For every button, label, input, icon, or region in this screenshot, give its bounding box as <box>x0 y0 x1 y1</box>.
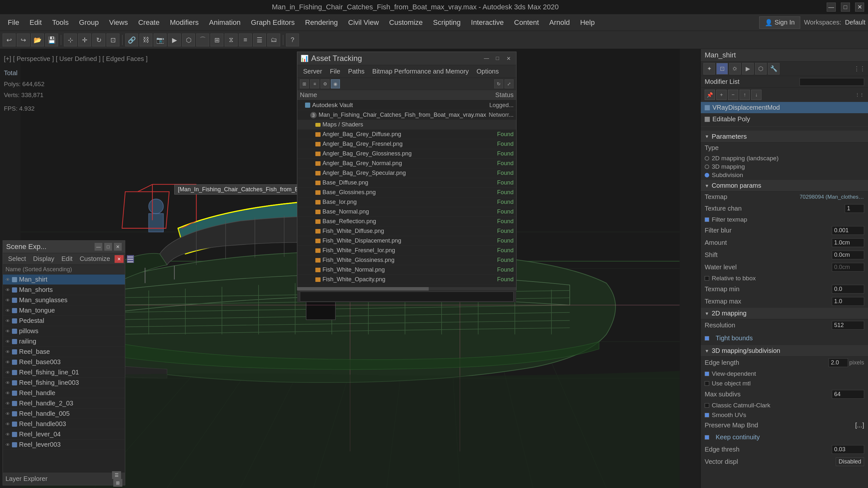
toolbar-open[interactable]: 📂 <box>31 34 44 46</box>
scene-item-reel-handle003[interactable]: 👁 Reel_handle003 <box>3 419 125 429</box>
menu-civil-view[interactable]: Civil View <box>343 17 384 29</box>
at-file-base-diffuse[interactable]: Base_Diffuse.png Found <box>297 178 516 188</box>
menu-customize[interactable]: Customize <box>384 17 428 29</box>
vector-displ-dropdown[interactable]: Disabled <box>836 457 864 466</box>
scene-item-man-shirt[interactable]: 👁 Man_shirt <box>3 274 125 285</box>
scene-item-reel-fishing-003[interactable]: 👁 Reel_fishing_line003 <box>3 378 125 388</box>
at-maximize-btn[interactable]: □ <box>493 54 502 63</box>
max-subdivs-input[interactable] <box>832 390 864 399</box>
scene-item-man-sunglasses[interactable]: 👁 Man_sunglasses <box>3 295 125 305</box>
scene-option-btn[interactable]: ☰ <box>127 255 134 263</box>
common-params-header[interactable]: Common params <box>701 180 868 192</box>
texture-chan-input[interactable] <box>845 204 864 213</box>
rp-create-btn[interactable]: ✦ <box>703 63 715 74</box>
scene-explorer-maximize[interactable]: □ <box>104 243 112 251</box>
scene-item-railing[interactable]: 👁 railing <box>3 336 125 347</box>
at-refresh-btn[interactable]: ↻ <box>494 79 503 88</box>
toolbar-link[interactable]: 🔗 <box>125 34 138 46</box>
modifier-list-input[interactable] <box>800 78 864 86</box>
scene-item-reel-fishing-01[interactable]: 👁 Reel_fishing_line_01 <box>3 367 125 378</box>
at-folder-maps[interactable]: Maps / Shaders <box>297 120 516 130</box>
shift-input[interactable] <box>832 251 864 259</box>
at-file-fish-glossiness[interactable]: Fish_White_Glossiness.png Found <box>297 255 516 265</box>
menu-edit[interactable]: Edit <box>24 17 47 29</box>
modifier-editable-poly[interactable]: Editable Poly <box>701 113 868 125</box>
menu-rendering[interactable]: Rendering <box>300 17 343 29</box>
toolbar-save[interactable]: 💾 <box>45 34 58 46</box>
scene-display-tab[interactable]: Display <box>31 255 57 263</box>
scene-item-pillows[interactable]: 👁 pillows <box>3 326 125 336</box>
sign-in-button[interactable]: 👤 Sign In <box>759 17 800 29</box>
toolbar-scene-exp[interactable]: 🗂 <box>267 34 280 46</box>
at-file-fish-diffuse[interactable]: Fish_White_Diffuse.png Found <box>297 226 516 236</box>
scene-item-man-shorts[interactable]: 👁 Man_shorts <box>3 285 125 295</box>
at-tool-2[interactable]: ≡ <box>310 79 319 88</box>
toolbar-undo[interactable]: ↩ <box>3 34 16 46</box>
water-level-input[interactable] <box>832 263 864 271</box>
toolbar-align[interactable]: ≡ <box>239 34 252 46</box>
scene-item-pedestal[interactable]: 👁 Pedestal <box>3 316 125 326</box>
at-file-item[interactable]: 3 Man_in_Fishing_Chair_Catches_Fish_from… <box>297 110 516 120</box>
radio-3d[interactable]: 3D mapping <box>705 163 864 170</box>
scene-item-reel-lever-04[interactable]: 👁 Reel_lever_04 <box>3 429 125 440</box>
at-menu-file[interactable]: File <box>327 66 343 76</box>
menu-help[interactable]: Help <box>575 17 600 29</box>
scene-item-reel-handle-2-03[interactable]: 👁 Reel_handle_2_03 <box>3 398 125 409</box>
at-search-input[interactable] <box>300 292 514 301</box>
resolution-input[interactable] <box>832 321 864 330</box>
radio-subdivision[interactable]: Subdivision <box>705 171 864 179</box>
at-file-fish-opacity[interactable]: Fish_White_Opacity.png Found <box>297 275 516 285</box>
toolbar-render[interactable]: ▶ <box>168 34 181 46</box>
at-minimize-btn[interactable]: — <box>482 54 491 63</box>
at-file-base-glossines[interactable]: Base_Glossines.png Found <box>297 188 516 197</box>
mod-pin-btn[interactable]: 📌 <box>705 90 715 100</box>
amount-input[interactable] <box>832 238 864 247</box>
scene-content[interactable]: 👁 Man_shirt 👁 Man_shorts 👁 Man_sunglasse… <box>3 274 125 480</box>
rp-utilities-btn[interactable]: 🔧 <box>768 63 780 74</box>
scene-item-reel-lever003[interactable]: 👁 Reel_lever003 <box>3 440 125 450</box>
at-tool-4[interactable]: ◉ <box>331 79 340 88</box>
classic-catmull-row[interactable]: Classic Catmull-Clark <box>701 400 868 410</box>
toolbar-curve[interactable]: ⌒ <box>196 34 209 46</box>
at-file-angler-normal[interactable]: Angler_Bag_Grey_Normal.png Found <box>297 159 516 168</box>
scene-item-reel-base003[interactable]: 👁 Reel_base003 <box>3 357 125 367</box>
scene-select-tab[interactable]: Select <box>5 255 29 263</box>
view-dependent-row[interactable]: View-dependent <box>701 369 868 379</box>
mod-up-btn[interactable]: ↑ <box>740 90 750 100</box>
scene-explorer-minimize[interactable]: — <box>95 243 102 251</box>
at-file-base-normal[interactable]: Base_Normal.png Found <box>297 207 516 217</box>
radio-2d[interactable]: 2D mapping (landscape) <box>705 155 864 162</box>
mod-remove-btn[interactable]: − <box>728 90 738 100</box>
smooth-uvs-row[interactable]: Smooth UVs <box>701 410 868 420</box>
use-object-mtl-row[interactable]: Use object mtl <box>701 379 868 388</box>
at-menu-bitmap[interactable]: Bitmap Performance and Memory <box>369 66 472 76</box>
toolbar-snap[interactable]: ⊞ <box>211 34 223 46</box>
toolbar-select[interactable]: ⊹ <box>64 34 77 46</box>
rp-motion-btn[interactable]: ▶ <box>742 63 754 74</box>
scene-explorer-close[interactable]: ✕ <box>114 243 122 251</box>
scene-customize-tab[interactable]: Customize <box>77 255 113 263</box>
at-menu-options[interactable]: Options <box>473 66 502 76</box>
scene-edit-tab[interactable]: Edit <box>59 255 75 263</box>
menu-arnold[interactable]: Arnold <box>544 17 575 29</box>
menu-scripting[interactable]: Scripting <box>428 17 466 29</box>
toolbar-unlink[interactable]: ⛓ <box>140 34 152 46</box>
scene-icon-view-btn[interactable]: ⊞ <box>113 479 122 487</box>
at-tool-1[interactable]: ⊞ <box>300 79 309 88</box>
at-file-base-reflection[interactable]: Base_Reflection.png Found <box>297 217 516 226</box>
2d-mapping-header[interactable]: 2D mapping <box>701 308 868 319</box>
relative-bbox-row[interactable]: Relative to bbox <box>701 273 868 283</box>
params-header[interactable]: Parameters <box>701 131 868 142</box>
at-file-angler-diffuse[interactable]: Angler_Bag_Grey_Diffuse.png Found <box>297 130 516 139</box>
at-scrollbar[interactable] <box>297 287 516 291</box>
minimize-button[interactable]: — <box>827 3 836 11</box>
filter-texmap-row[interactable]: Filter texmap <box>701 215 868 225</box>
scene-filter-btn[interactable]: ✕ <box>115 255 124 263</box>
keep-continuity-row[interactable]: Keep continuity <box>701 431 868 444</box>
menu-animation[interactable]: Animation <box>204 17 246 29</box>
menu-content[interactable]: Content <box>509 17 544 29</box>
mod-down-btn[interactable]: ↓ <box>751 90 762 100</box>
at-tool-3[interactable]: ⚙ <box>320 79 330 88</box>
menu-file[interactable]: File <box>3 17 24 29</box>
toolbar-redo[interactable]: ↪ <box>17 34 30 46</box>
